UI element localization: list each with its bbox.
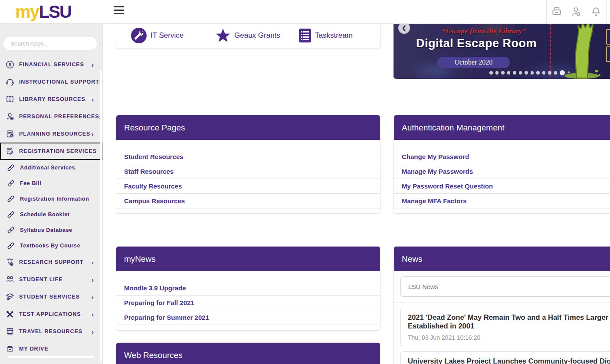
carousel-dot[interactable] — [519, 71, 522, 75]
link-staff-resources[interactable]: Staff Resources — [124, 168, 174, 175]
carousel-dot[interactable] — [548, 71, 551, 75]
chevron-right-icon: › — [92, 328, 95, 335]
headset-icon — [5, 77, 15, 87]
graduation-cap-icon — [5, 292, 15, 302]
shortcut-it-service[interactable]: IT Service — [131, 27, 184, 44]
chevron-double-down-icon — [97, 148, 98, 154]
logo-lsu: LSU — [39, 2, 71, 21]
sidebar-item-label: REGISTRATION SERVICES — [19, 148, 97, 154]
promo-carousel-banner[interactable]: “Escape from the Library” Digital Escape… — [394, 23, 610, 79]
carousel-dot-active[interactable] — [560, 70, 565, 75]
link-icon — [6, 194, 16, 204]
sidebar-subitem-label: Schedule Booklet — [20, 211, 69, 218]
carousel-dot[interactable] — [554, 71, 558, 75]
sidebar-subitem-textbooks-by-course[interactable]: Textbooks By Course — [0, 238, 102, 254]
sidebar-item-personal-preferences[interactable]: PERSONAL PREFERENCES › — [0, 108, 102, 125]
news-item[interactable]: 2021 'Dead Zone' May Remain Two and a Ha… — [400, 308, 610, 346]
sidebar-subitem-label: Registration Information — [20, 196, 89, 202]
idea-bulb-icon — [5, 257, 15, 267]
chevron-right-icon: › — [92, 96, 95, 103]
link-moodle-upgrade[interactable]: Moodle 3.9 Upgrade — [124, 284, 186, 292]
carousel-dot[interactable] — [495, 71, 499, 75]
search-input[interactable] — [3, 37, 97, 50]
carousel-dot[interactable] — [507, 71, 511, 75]
people-icon — [5, 275, 15, 284]
carousel-dot[interactable] — [513, 71, 516, 75]
sidebar-item-label: MY DRIVE — [19, 346, 48, 352]
link-row: Preparing for Fall 2021 — [116, 296, 380, 310]
main-content: IT Service Geaux Grants Taskstream “Esca… — [103, 23, 610, 364]
news-card: News LSU News 2021 'Dead Zone' May Remai… — [394, 246, 610, 364]
zombie-hand-illustration — [564, 23, 603, 79]
link-row: Manage My Passwords — [394, 164, 610, 179]
link-icon — [6, 241, 16, 250]
banner-date-badge: October 2020 — [437, 57, 510, 68]
sidebar-item-travel-resources[interactable]: TRAVEL RESOURCES › — [0, 323, 102, 340]
notifications-bell-icon[interactable] — [590, 6, 602, 17]
card-title: Web Resources — [116, 343, 380, 364]
sidebar-vertical-scrollbar[interactable] — [100, 70, 102, 361]
carousel-dot[interactable] — [501, 71, 505, 75]
carousel-dot[interactable] — [489, 71, 493, 75]
news-source-select[interactable]: LSU News — [400, 276, 610, 297]
link-row: Faculty Resources — [116, 179, 380, 194]
sidebar-subitem-label: Fee Bill — [20, 180, 41, 186]
link-icon — [6, 179, 16, 188]
sidebar-subitem-schedule-booklet[interactable]: Schedule Booklet — [0, 207, 102, 222]
hamburger-menu-icon[interactable] — [114, 6, 124, 17]
link-preparing-fall-2021[interactable]: Preparing for Fall 2021 — [124, 299, 194, 306]
carousel-dot[interactable] — [542, 71, 546, 75]
link-row: Preparing for Summer 2021 — [116, 310, 380, 325]
card-title: News — [394, 247, 610, 271]
carousel-dots — [489, 70, 565, 75]
sidebar-subitem-fee-bill[interactable]: Fee Bill — [0, 176, 102, 191]
sidebar-item-planning-resources[interactable]: PLANNING RESOURCES › — [0, 125, 102, 143]
carousel-prev-button[interactable]: ❮ — [398, 23, 410, 34]
print-queue-icon[interactable] — [551, 6, 562, 17]
link-preparing-summer-2021[interactable]: Preparing for Summer 2021 — [124, 314, 209, 321]
news-filter-row: LSU News — [394, 271, 610, 302]
news-item[interactable]: University Lakes Project Launches Commun… — [400, 351, 610, 364]
sidebar-subitem-syllabus-database[interactable]: Syllabus Database — [0, 222, 102, 238]
carousel-dot[interactable] — [525, 71, 528, 75]
news-item-title: Established in 2001 — [408, 322, 610, 330]
sidebar-item-library-resources[interactable]: LIBRARY RESOURCES › — [0, 91, 102, 108]
sidebar-item-student-life[interactable]: STUDENT LIFE › — [0, 271, 102, 288]
sidebar-item-label: FINANCIAL SERVICES — [19, 62, 84, 68]
shortcut-geaux-grants[interactable]: Geaux Grants — [215, 28, 280, 43]
mynews-card: myNews Moodle 3.9 Upgrade Preparing for … — [116, 246, 380, 331]
link-password-reset-question[interactable]: My Password Reset Question — [402, 182, 493, 190]
news-item-date: Thu, 03 Jun 2021 10:16:20 — [408, 334, 610, 341]
sidebar-item-label: STUDENT LIFE — [19, 276, 62, 283]
link-manage-mfa-factors[interactable]: Manage MFA Factors — [402, 197, 466, 205]
link-manage-my-passwords[interactable]: Manage My Passwords — [402, 168, 473, 175]
link-student-resources[interactable]: Student Resources — [124, 153, 184, 160]
sidebar-item-label: PERSONAL PREFERENCES — [19, 114, 99, 120]
link-campus-resources[interactable]: Campus Resources — [124, 197, 185, 205]
carousel-dot[interactable] — [531, 71, 534, 75]
sidebar-subitem-registration-information[interactable]: Registration Information — [0, 191, 102, 207]
sidebar-item-my-drive[interactable]: MY DRIVE — [0, 340, 102, 358]
sidebar-item-registration-services[interactable]: REGISTRATION SERVICES — [0, 143, 102, 160]
sidebar-item-student-services[interactable]: STUDENT SERVICES › — [0, 288, 102, 306]
sidebar-item-financial-services[interactable]: $ FINANCIAL SERVICES › — [0, 56, 102, 73]
sidebar-subitem-label: Additional Services — [20, 165, 75, 171]
link-faculty-resources[interactable]: Faculty Resources — [124, 182, 182, 190]
sidebar-item-instructional-support[interactable]: INSTRUCTIONAL SUPPORT › — [0, 73, 102, 91]
sidebar-item-test-applications[interactable]: TEST APPLICATIONS › — [0, 306, 102, 323]
sidebar-subitem-additional-services[interactable]: Additional Services — [0, 160, 102, 176]
sidebar-subitem-label: Syllabus Database — [20, 227, 72, 233]
chevron-right-icon: › — [92, 259, 95, 266]
carousel-dot[interactable] — [536, 71, 540, 75]
banner-dashed-line — [550, 23, 551, 76]
web-resources-card: Web Resources — [116, 342, 380, 364]
account-user-icon[interactable] — [571, 6, 582, 17]
bus-icon — [5, 327, 15, 336]
mylsu-logo[interactable]: myLSU — [15, 1, 71, 23]
sidebar-item-label: RESEARCH SUPPORT — [19, 259, 83, 265]
sidebar-horizontal-scrollbar[interactable] — [8, 356, 93, 358]
sidebar-item-research-support[interactable]: RESEARCH SUPPORT › — [0, 254, 102, 271]
link-change-my-password[interactable]: Change My Password — [402, 153, 469, 160]
shortcut-taskstream[interactable]: Taskstream — [298, 28, 353, 43]
link-icon — [6, 210, 16, 219]
